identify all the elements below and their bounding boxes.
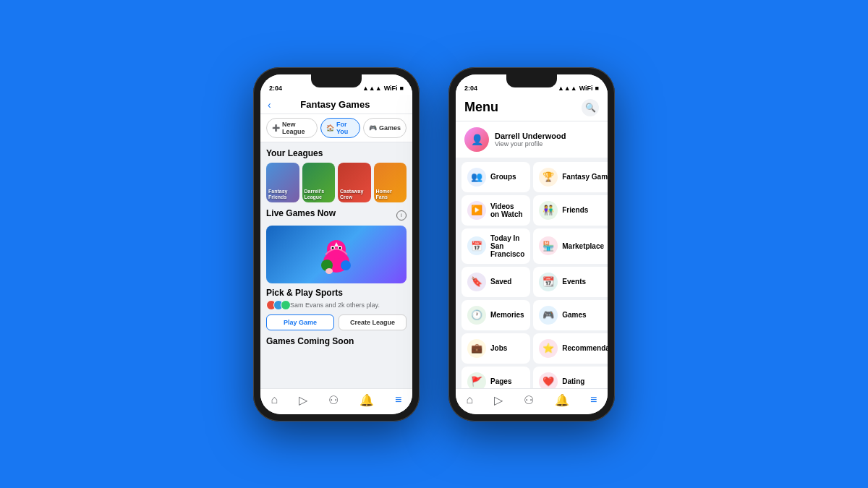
- menu-item-pages[interactable]: 🚩 Pages: [461, 367, 530, 388]
- phone-1-screen: 2:04 ▲▲▲ WiFi ■ ‹ Fantasy Games ➕ New Le…: [260, 74, 412, 414]
- jobs-label: Jobs: [490, 344, 507, 352]
- reco-icon: ⭐: [539, 339, 558, 358]
- play-game-button[interactable]: Play Game: [266, 314, 334, 330]
- battery-icon: ■: [400, 85, 404, 92]
- live-games-header: Live Games Now i: [266, 208, 407, 223]
- menu-title: Menu: [464, 100, 498, 115]
- your-leagues-title: Your Leagues: [266, 148, 407, 158]
- phones-container: 2:04 ▲▲▲ WiFi ■ ‹ Fantasy Games ➕ New Le…: [253, 67, 615, 421]
- watch-icon: ▶️: [467, 201, 486, 220]
- watch-nav-icon-2[interactable]: ▷: [494, 393, 503, 407]
- watch-label: Videos on Watch: [490, 202, 524, 218]
- league-bg-2: Darrell's League: [302, 163, 336, 202]
- league-label-4: Homer Fans: [376, 189, 405, 200]
- tab-bar-1: ➕ New League 🏠 For You 🎮 Games: [260, 114, 412, 142]
- menu-item-games[interactable]: 🎮 Games: [533, 300, 608, 330]
- wifi-icon-2: WiFi: [579, 85, 593, 92]
- menu-item-dating[interactable]: ❤️ Dating: [533, 367, 608, 388]
- create-league-button[interactable]: Create League: [339, 314, 407, 330]
- dating-icon: ❤️: [539, 372, 558, 388]
- bell-nav-icon-2[interactable]: 🔔: [555, 393, 569, 407]
- menu-item-saved[interactable]: 🔖 Saved: [461, 267, 530, 297]
- menu-item-events[interactable]: 📆 Events: [533, 267, 608, 297]
- svg-point-9: [341, 260, 351, 270]
- game-title: Pick & Play Sports: [266, 288, 407, 298]
- profile-sub: View your profile: [495, 140, 566, 147]
- menu-header: Menu 🔍: [456, 95, 608, 121]
- home-nav-icon-2[interactable]: ⌂: [466, 393, 473, 406]
- search-button[interactable]: 🔍: [582, 99, 599, 116]
- nav-title-1: Fantasy Games: [276, 99, 395, 110]
- time-1: 2:04: [269, 85, 282, 92]
- today-icon: 📅: [467, 236, 486, 255]
- games-menu-label: Games: [562, 311, 586, 319]
- fantasy-icon: 🏆: [539, 168, 558, 187]
- bottom-nav-2: ⌂ ▷ ⚇ 🔔 ≡: [456, 388, 608, 414]
- menu-item-groups[interactable]: 👥 Groups: [461, 162, 530, 192]
- back-button[interactable]: ‹: [268, 99, 271, 111]
- marketplace-icon: 🏪: [539, 236, 558, 255]
- nav-bar-1: ‹ Fantasy Games: [260, 95, 412, 114]
- groups-nav-icon-2[interactable]: ⚇: [524, 393, 534, 407]
- pages-label: Pages: [490, 377, 511, 385]
- phone-2: 2:04 ▲▲▲ WiFi ■ Menu 🔍 👤 Darrell Underwo…: [448, 67, 615, 421]
- league-bg-3: Castaway Crew: [338, 163, 371, 202]
- phone-2-screen: 2:04 ▲▲▲ WiFi ■ Menu 🔍 👤 Darrell Underwo…: [456, 74, 608, 414]
- league-label-3: Castaway Crew: [340, 189, 369, 200]
- plus-icon: ➕: [272, 124, 280, 132]
- menu-item-watch[interactable]: ▶️ Videos on Watch: [461, 195, 530, 226]
- league-bg-1: Fantasy Friends: [266, 163, 299, 202]
- profile-row[interactable]: 👤 Darrell Underwood View your profile: [456, 121, 608, 158]
- menu-item-jobs[interactable]: 💼 Jobs: [461, 333, 530, 364]
- league-card-1[interactable]: Fantasy Friends: [266, 163, 299, 202]
- dating-label: Dating: [562, 377, 584, 385]
- menu-item-today[interactable]: 📅 Today In San Francisco: [461, 228, 530, 264]
- leagues-grid: Fantasy Friends Darrell's League Castawa…: [266, 163, 407, 202]
- watch-nav-icon[interactable]: ▷: [299, 393, 307, 407]
- league-card-3[interactable]: Castaway Crew: [338, 163, 371, 202]
- svg-point-8: [326, 268, 333, 274]
- menu-nav-icon[interactable]: ≡: [395, 393, 401, 406]
- menu-grid: 👥 Groups 🏆 Fantasy Games ▶️ Videos on Wa…: [456, 162, 608, 388]
- menu-item-friends[interactable]: 👫 Friends: [533, 195, 608, 226]
- signal-icon-2: ▲▲▲: [558, 85, 577, 92]
- league-label-1: Fantasy Friends: [268, 189, 297, 200]
- league-bg-4: Homer Fans: [374, 163, 407, 202]
- groups-nav-icon[interactable]: ⚇: [328, 393, 339, 407]
- notch-1: [311, 74, 362, 87]
- league-card-4[interactable]: Homer Fans: [374, 163, 407, 202]
- menu-item-marketplace[interactable]: 🏪 Marketplace: [533, 228, 608, 264]
- events-icon: 📆: [539, 273, 558, 291]
- tab-games[interactable]: 🎮 Games: [363, 118, 407, 138]
- tab-for-you[interactable]: 🏠 For You: [320, 118, 360, 138]
- saved-label: Saved: [490, 278, 511, 286]
- info-icon[interactable]: i: [396, 210, 407, 221]
- status-icons-1: ▲▲▲ WiFi ■: [362, 85, 404, 92]
- marketplace-label: Marketplace: [562, 242, 604, 250]
- menu-item-reco[interactable]: ⭐ Recommendations: [533, 333, 608, 364]
- notch-2: [506, 74, 557, 87]
- mini-avatar-3: [281, 300, 291, 310]
- home-nav-icon[interactable]: ⌂: [271, 393, 278, 406]
- phone-1: 2:04 ▲▲▲ WiFi ■ ‹ Fantasy Games ➕ New Le…: [253, 67, 420, 421]
- saved-icon: 🔖: [467, 273, 486, 291]
- league-card-2[interactable]: Darrell's League: [302, 163, 336, 202]
- bell-nav-icon[interactable]: 🔔: [359, 393, 374, 407]
- friends-icon: 👫: [539, 201, 558, 220]
- today-label: Today In San Francisco: [490, 234, 524, 258]
- profile-name: Darrell Underwood: [495, 132, 566, 140]
- memories-label: Memories: [490, 311, 524, 319]
- games-menu-icon: 🎮: [539, 306, 558, 325]
- signal-icon: ▲▲▲: [362, 85, 382, 92]
- game-players: Sam Evans and 2k others play.: [266, 300, 407, 310]
- menu-nav-icon-2[interactable]: ≡: [590, 393, 597, 406]
- friends-label: Friends: [562, 206, 588, 214]
- events-label: Events: [562, 278, 586, 286]
- groups-label: Groups: [490, 173, 516, 181]
- tab-new-league[interactable]: ➕ New League: [266, 118, 318, 138]
- game-character-svg: [311, 229, 362, 280]
- menu-item-memories[interactable]: 🕐 Memories: [461, 300, 530, 330]
- home-icon: 🏠: [326, 124, 334, 132]
- profile-info: Darrell Underwood View your profile: [495, 132, 566, 147]
- menu-item-fantasy[interactable]: 🏆 Fantasy Games: [533, 162, 608, 192]
